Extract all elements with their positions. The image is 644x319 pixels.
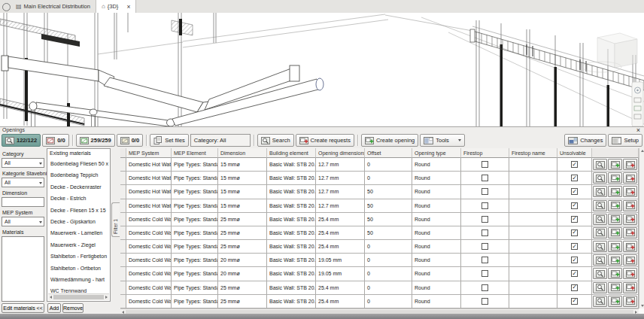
cell-dimension[interactable]: 15 mmø [218, 185, 267, 199]
scrollbar-thumb[interactable] [53, 295, 104, 299]
cell-firestop-name[interactable] [509, 172, 557, 185]
firestop-checkbox[interactable] [481, 270, 488, 277]
material-item[interactable]: Stahlbeton - Fertigbeton [47, 251, 110, 262]
remove-button[interactable]: Remove [62, 303, 84, 313]
cell-dimension[interactable]: 25 mmø [218, 295, 267, 308]
unsolvable-checkbox[interactable]: ✓ [571, 284, 578, 291]
cell-mep-element[interactable]: Pipe Types: Standard [172, 213, 218, 226]
column-header[interactable]: Offset [365, 148, 412, 158]
cell-opening-dimensions[interactable]: 25.4 mm [316, 281, 365, 295]
material-item[interactable]: Decke - Deckenraster [47, 181, 110, 193]
row-selector[interactable] [120, 240, 126, 254]
row-selector[interactable] [120, 172, 126, 185]
column-header[interactable] [592, 148, 639, 158]
cell-mep-element[interactable]: Pipe Types: Standard [172, 158, 218, 172]
firestop-checkbox[interactable] [481, 243, 488, 250]
cell-opening-type[interactable]: Round [412, 185, 461, 199]
cell-unsolvable[interactable]: ✓ [557, 240, 592, 254]
cell-firestop[interactable] [461, 185, 509, 199]
row-selector[interactable] [120, 199, 126, 213]
mep-system-select[interactable]: All [2, 217, 44, 226]
table-row[interactable]: Domestic Hot WaterPipe Types: Standard15… [120, 158, 644, 172]
cell-dimension[interactable]: 25 mmø [218, 240, 267, 254]
row-selector[interactable] [120, 226, 126, 240]
table-row[interactable]: Domestic Hot WaterPipe Types: Standard15… [120, 185, 644, 199]
row-selector[interactable] [120, 213, 126, 226]
unsolvable-checkbox[interactable]: ✓ [571, 161, 578, 168]
cell-firestop-name[interactable] [509, 267, 557, 281]
material-item[interactable]: Decke - Fliesen 15 x 15 [47, 205, 110, 216]
cell-firestop[interactable] [461, 254, 509, 267]
row-create-opening-button[interactable] [608, 172, 622, 184]
unsolvable-checkbox[interactable]: ✓ [571, 229, 578, 236]
cell-opening-dimensions[interactable]: 12.7 mm [316, 158, 365, 172]
cell-opening-type[interactable]: Round [412, 226, 461, 240]
row-create-opening-button[interactable] [608, 200, 622, 211]
materials-horizontal-scrollbar[interactable] [48, 293, 109, 300]
unsolvable-checkbox[interactable]: ✓ [571, 270, 578, 277]
cell-opening-dimensions[interactable]: 12.7 mm [316, 172, 365, 185]
firestop-checkbox[interactable] [481, 229, 488, 236]
cell-firestop[interactable] [461, 267, 509, 281]
cell-opening-dimensions[interactable]: 19.05 mm [316, 267, 365, 281]
scroll-right-icon[interactable] [635, 311, 637, 314]
cell-offset[interactable]: 0 [365, 295, 412, 308]
row-create-opening-button[interactable] [608, 282, 622, 293]
cell-unsolvable[interactable]: ✓ [557, 295, 592, 308]
close-tab-icon[interactable]: × [126, 4, 130, 10]
row-create-request-button[interactable] [623, 227, 637, 238]
create-requests-button[interactable]: Create requests [296, 134, 354, 147]
cell-opening-type[interactable]: Round [412, 281, 461, 295]
kategorie-select[interactable]: All [2, 178, 44, 187]
cell-opening-dimensions[interactable]: 19.05 mm [316, 254, 365, 267]
cell-mep-system[interactable]: Domestic Hot Water [126, 158, 172, 172]
table-row[interactable]: Domestic Cold WaterPipe Types: Standard2… [120, 213, 644, 226]
cell-offset[interactable]: 0 [365, 281, 412, 295]
cell-dimension[interactable]: 15 mmø [218, 199, 267, 213]
cell-opening-dimensions[interactable]: 12.7 mm [316, 199, 365, 213]
cell-opening-dimensions[interactable]: 12.7 mm [316, 185, 365, 199]
row-selector[interactable] [120, 185, 126, 199]
column-header[interactable]: Firestop name [509, 148, 557, 158]
column-header[interactable]: Dimension [218, 148, 267, 158]
cell-opening-dimensions[interactable]: 25.4 mm [316, 213, 365, 226]
cell-offset[interactable]: 50 [365, 199, 412, 213]
cell-building-element[interactable]: Basic Wall: STB 20.0 [267, 295, 316, 308]
cell-opening-type[interactable]: Round [412, 158, 461, 172]
zoom-to-element-button[interactable] [593, 214, 607, 225]
cell-building-element[interactable]: Basic Wall: STB 20.0 [267, 185, 316, 199]
cell-offset[interactable]: 50 [365, 185, 412, 199]
material-item[interactable]: Bodenbelag Fliesen 50 x 50 [47, 158, 110, 169]
column-header[interactable] [120, 148, 126, 158]
cell-building-element[interactable]: Basic Wall: STB 20.0 [267, 281, 316, 295]
cell-unsolvable[interactable]: ✓ [557, 158, 592, 172]
unsolvable-checkbox[interactable]: ✓ [571, 202, 578, 209]
cell-offset[interactable]: 50 [365, 213, 412, 226]
zoom-to-element-button[interactable] [593, 254, 607, 266]
row-create-request-button[interactable] [623, 200, 637, 211]
row-selector[interactable] [120, 158, 126, 172]
table-row[interactable]: Domestic Cold WaterPipe Types: Standard2… [120, 281, 644, 295]
cell-mep-system[interactable]: Domestic Cold Water [126, 226, 172, 240]
column-header[interactable]: MEP System [126, 148, 172, 158]
row-create-request-button[interactable] [623, 159, 637, 170]
zoom-to-element-button[interactable] [593, 172, 607, 184]
column-header[interactable]: Unsolvable [557, 148, 592, 158]
cell-opening-dimensions[interactable]: 25.4 mm [316, 240, 365, 254]
cell-mep-system[interactable]: Domestic Cold Water [126, 267, 172, 281]
firestop-checkbox[interactable] [481, 257, 488, 263]
scroll-right-icon[interactable] [105, 296, 108, 299]
zoom-to-element-button[interactable] [593, 268, 607, 279]
cell-firestop[interactable] [461, 281, 509, 295]
firestop-checkbox[interactable] [481, 216, 488, 223]
material-item[interactable]: Decke - Gipskarton [47, 216, 110, 227]
table-row[interactable]: Domestic Hot WaterPipe Types: Standard15… [120, 172, 644, 185]
row-create-opening-button[interactable] [608, 296, 622, 307]
column-header[interactable]: Building element [267, 148, 316, 158]
materials-listbox[interactable] [2, 236, 44, 302]
row-create-request-button[interactable] [623, 241, 637, 252]
table-row[interactable]: Domestic Cold WaterPipe Types: Standard2… [120, 254, 644, 267]
row-selector[interactable] [120, 254, 126, 267]
zoom-to-element-button[interactable] [593, 200, 607, 211]
cell-opening-type[interactable]: Round [412, 267, 461, 281]
